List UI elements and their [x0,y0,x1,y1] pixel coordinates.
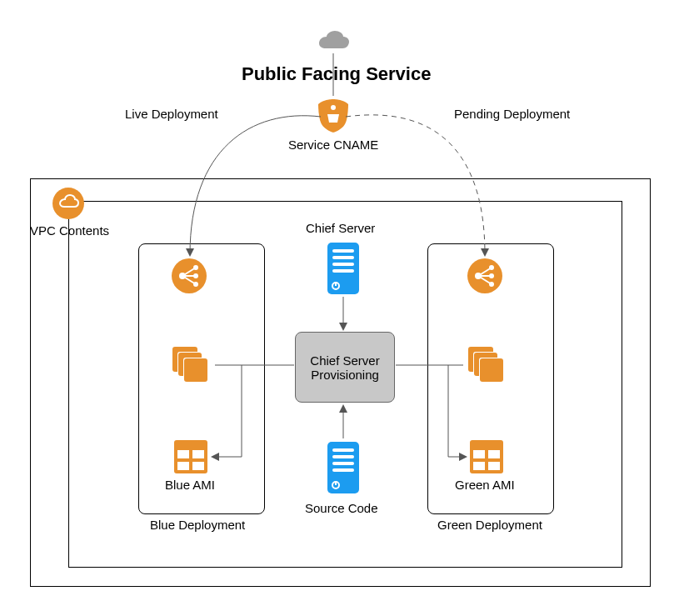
svg-rect-46 [332,448,354,452]
svg-rect-49 [332,468,354,472]
svg-rect-41 [332,263,354,266]
svg-rect-42 [332,269,354,273]
svg-rect-22 [184,358,207,382]
pending-deployment-label: Pending Deployment [454,107,570,121]
chief-server-icon [326,241,361,296]
shield-icon [317,98,350,134]
source-code-icon [326,440,361,495]
green-load-balancer-icon [467,258,503,294]
svg-point-0 [331,105,336,110]
svg-rect-30 [192,450,204,458]
green-ami-label: Green AMI [455,478,515,492]
vpc-cloud-icon [52,187,85,220]
blue-instances-icon [171,345,211,385]
svg-rect-37 [488,462,500,470]
svg-rect-35 [488,450,500,458]
svg-rect-48 [332,462,354,465]
svg-rect-47 [332,455,354,458]
service-cname-label: Service CNAME [288,138,378,152]
green-ami-icon [468,438,505,475]
chief-server-label: Chief Server [306,221,375,235]
blue-ami-label: Blue AMI [165,478,215,492]
svg-point-1 [52,188,84,219]
blue-load-balancer-icon [171,258,207,294]
green-deployment-label: Green Deployment [437,518,542,532]
green-instances-icon [467,345,507,385]
svg-rect-32 [192,462,204,470]
svg-rect-39 [332,249,354,253]
vpc-contents-label: VPC Contents [30,223,109,238]
svg-rect-27 [480,358,503,382]
svg-rect-34 [473,450,485,458]
svg-rect-40 [332,256,354,259]
svg-rect-29 [177,450,189,458]
svg-rect-36 [473,462,485,470]
page-title: Public Facing Service [242,63,431,85]
source-code-label: Source Code [305,501,378,515]
svg-rect-31 [177,462,189,470]
blue-deployment-label: Blue Deployment [150,518,245,532]
cloud-icon [316,30,351,55]
chief-server-provisioning-box: Chief Server Provisioning [295,332,395,403]
blue-ami-icon [172,438,209,475]
live-deployment-label: Live Deployment [125,107,218,121]
